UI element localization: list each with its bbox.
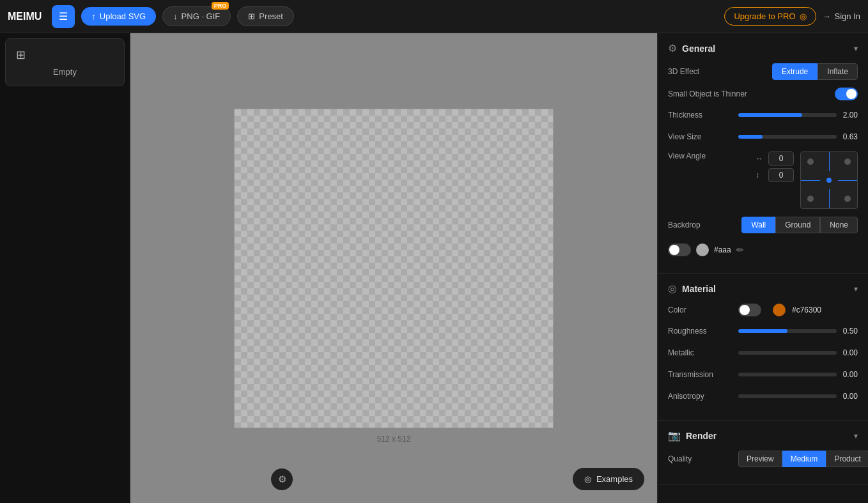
general-section: ⚙ General ▾ 3D Effect Extrude Inflate Sm…: [658, 33, 868, 274]
view-size-row: View Size 0.63: [668, 130, 858, 144]
view-size-fill: [738, 135, 763, 139]
transmission-track: [738, 373, 837, 376]
roughness-track: [738, 329, 837, 333]
thickness-slider[interactable]: [738, 108, 837, 122]
upload-icon: ↑: [91, 12, 96, 21]
preset-button[interactable]: ⊞ Preset: [237, 6, 294, 26]
general-title: General: [682, 43, 849, 54]
angle-h-icon: ↔: [756, 154, 766, 163]
thickness-value: 2.00: [843, 111, 858, 120]
metallic-track: [738, 351, 837, 355]
quality-preview-button[interactable]: Preview: [738, 451, 782, 467]
backdrop-ground-button[interactable]: Ground: [775, 217, 820, 233]
anisotropy-row: Anisotropy 0.00: [668, 389, 858, 403]
anisotropy-track: [738, 394, 837, 398]
color-toggle-knob: [740, 305, 750, 315]
backdrop-label: Backdrop: [668, 221, 732, 229]
transmission-slider[interactable]: [738, 368, 837, 382]
thickness-fill: [738, 113, 802, 117]
effect-buttons: Extrude Inflate: [772, 63, 858, 80]
backdrop-color-circle[interactable]: [696, 244, 709, 256]
quality-medium-button[interactable]: Medium: [782, 451, 826, 467]
metallic-value: 0.00: [843, 348, 858, 357]
menu-icon: ☰: [59, 10, 68, 22]
effect-row: 3D Effect Extrude Inflate: [668, 63, 858, 80]
toggle-knob: [846, 89, 856, 99]
color-row: Color #c76300: [668, 304, 858, 316]
view-angle-label: View Angle: [668, 151, 732, 160]
upgrade-label: Upgrade to PRO: [734, 12, 795, 21]
general-collapse-icon[interactable]: ▾: [854, 44, 858, 53]
canvas-settings-button[interactable]: ⚙: [271, 468, 293, 490]
small-object-row: Small Object is Thinner: [668, 88, 858, 100]
color-label: Color: [668, 306, 732, 314]
view-size-label: View Size: [668, 132, 732, 141]
topbar: MEIMU ☰ ↑ Upload SVG PRO ↓ PNG · GIF ⊞ P…: [0, 0, 868, 33]
backdrop-section: Backdrop Wall Ground None #aaa ✏: [668, 217, 858, 256]
upload-svg-button[interactable]: ↑ Upload SVG: [81, 7, 156, 26]
menu-button[interactable]: ☰: [52, 5, 75, 28]
backdrop-color-hex: #aaa: [714, 245, 731, 254]
backdrop-wall-button[interactable]: Wall: [741, 217, 775, 233]
small-object-label: Small Object is Thinner: [668, 89, 747, 98]
angle-compass[interactable]: [800, 151, 858, 209]
upgrade-icon: ◎: [800, 12, 807, 21]
roughness-value: 0.50: [843, 327, 858, 336]
backdrop-toggle-knob: [669, 245, 679, 255]
topbar-right: Upgrade to PRO ◎ → Sign In: [724, 7, 860, 26]
metallic-label: Metallic: [668, 348, 732, 357]
roughness-slider[interactable]: [738, 324, 837, 338]
layer-label: Empty: [16, 67, 114, 77]
app-logo: MEIMU: [8, 11, 42, 22]
signin-button[interactable]: → Sign In: [823, 12, 860, 21]
metallic-slider[interactable]: [738, 346, 837, 360]
angle-h-input[interactable]: [768, 151, 794, 166]
angle-h-row: ↔: [756, 151, 794, 166]
compass-line-left: [801, 180, 820, 181]
extrude-button[interactable]: Extrude: [772, 63, 818, 80]
roughness-fill: [738, 329, 787, 333]
compass-line-right: [838, 180, 857, 181]
angle-v-input[interactable]: [768, 168, 794, 182]
view-size-track: [738, 135, 837, 139]
anisotropy-label: Anisotropy: [668, 392, 732, 401]
canvas[interactable]: [234, 109, 554, 428]
material-section: ◎ Material ▾ Color #c76300 Roughness: [658, 274, 868, 421]
pro-badge: PRO: [212, 2, 229, 10]
compass-dot-tl: [807, 159, 814, 165]
settings-icon: ⚙: [278, 474, 286, 485]
material-collapse-icon[interactable]: ▾: [854, 284, 858, 293]
signin-icon: →: [823, 12, 831, 21]
quality-product-button[interactable]: Product: [826, 451, 868, 467]
view-size-value: 0.63: [843, 132, 858, 141]
thickness-label: Thickness: [668, 111, 732, 120]
examples-icon: ◎: [584, 474, 591, 484]
thickness-track: [738, 113, 837, 117]
backdrop-color-edit-icon[interactable]: ✏: [736, 245, 744, 255]
color-hex: #c76300: [792, 306, 858, 314]
backdrop-none-button[interactable]: None: [820, 217, 858, 233]
transmission-label: Transmission: [668, 370, 732, 379]
render-title: Render: [686, 431, 849, 441]
transmission-value: 0.00: [843, 370, 858, 379]
thickness-row: Thickness 2.00: [668, 108, 858, 122]
layer-item[interactable]: ⊞ Empty: [5, 38, 125, 86]
backdrop-color-row: #aaa ✏: [668, 244, 744, 256]
examples-button[interactable]: ◎ Examples: [573, 468, 644, 490]
render-collapse-icon[interactable]: ▾: [854, 431, 858, 440]
general-header: ⚙ General ▾: [668, 42, 858, 54]
small-object-toggle[interactable]: [835, 88, 858, 100]
backdrop-toggle[interactable]: [668, 244, 691, 256]
view-size-slider[interactable]: [738, 130, 837, 144]
color-swatch[interactable]: [773, 304, 786, 316]
backdrop-buttons: Wall Ground None: [741, 217, 858, 233]
anisotropy-slider[interactable]: [738, 389, 837, 403]
canvas-size-label: 512 x 512: [377, 435, 411, 444]
quality-row: Quality Preview Medium Product: [668, 451, 858, 467]
download-button[interactable]: PRO ↓ PNG · GIF: [162, 6, 231, 26]
upgrade-button[interactable]: Upgrade to PRO ◎: [724, 7, 816, 26]
material-icon: ◎: [668, 282, 677, 295]
inflate-button[interactable]: Inflate: [818, 63, 858, 80]
color-toggle[interactable]: [738, 304, 761, 316]
canvas-container: 512 x 512: [234, 109, 554, 428]
